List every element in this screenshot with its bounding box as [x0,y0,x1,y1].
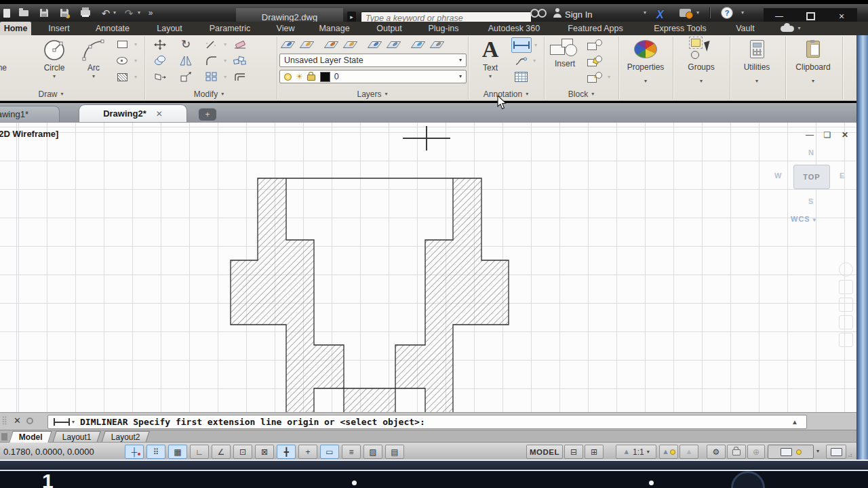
sign-in-dropdown-caret[interactable]: ▾ [642,6,648,20]
circle-button[interactable]: Circle ▾ [35,37,73,79]
layout-tab-scroll-icon[interactable] [1,433,7,441]
navbar-zoom-icon[interactable] [839,298,853,312]
panel-modify-label[interactable]: Modify▾ [161,89,256,99]
arc-dropdown-caret[interactable]: ▾ [92,74,95,79]
status-overflow-caret[interactable]: ▾ [816,449,819,454]
infer-constraints-toggle[interactable]: ┼ [125,445,144,459]
tab-manage[interactable]: Manage [309,22,359,35]
plot-icon[interactable] [79,6,92,20]
search-binoculars-icon[interactable] [528,6,541,20]
quick-view-layouts-icon[interactable]: ⊟ [564,445,583,459]
layer-combobox-caret[interactable]: ▾ [459,74,462,79]
block-dropdown-caret[interactable]: ▾ [605,70,613,84]
navbar-wheel-icon[interactable] [839,262,853,277]
edit-block-button[interactable] [586,54,605,68]
wcs-menu[interactable]: WCS ▾ [791,215,816,223]
layer-lock-icon[interactable] [307,75,315,81]
clean-screen-icon[interactable] [826,445,846,459]
redo-dropdown-caret[interactable]: ▾ [136,6,142,20]
grid-display-toggle[interactable]: ▦ [168,445,187,459]
array-dropdown-caret[interactable]: ▾ [221,70,229,84]
explode-button[interactable] [231,54,250,68]
resize-grip[interactable]: ⣠ [848,449,852,457]
command-input-bar[interactable]: ▾ DIMLINEAR Specify first extension line… [47,415,807,429]
title-expand-arrow[interactable]: ▸ [347,12,356,22]
command-grip-handle[interactable]: ⣿ [1,415,7,425]
snap-mode-toggle[interactable]: ⠿ [146,445,165,459]
annotation-visibility-icon[interactable]: ▲ [659,445,678,459]
save-as-icon[interactable] [58,6,71,20]
fillet-dropdown-caret[interactable]: ▾ [221,54,229,68]
new-drawing-icon[interactable] [0,6,14,20]
file-tab-close-icon[interactable]: ✕ [156,109,163,119]
trim-dropdown-caret[interactable]: ▾ [221,37,229,52]
dynamic-input-toggle[interactable]: ▭ [320,445,339,459]
undo-dropdown-caret[interactable]: ▾ [111,6,118,20]
viewcube-south[interactable]: S [808,197,813,205]
create-block-button[interactable] [586,37,605,52]
hatch-button[interactable] [113,70,132,84]
panel-properties-caret[interactable]: ▾ [644,78,647,84]
performance-globe-icon[interactable]: ⊕ [747,445,765,459]
tab-output[interactable]: Output [369,22,410,35]
array-button[interactable] [202,70,221,84]
isolate-objects-group[interactable] [768,445,814,459]
layer-copy-to-icon[interactable] [340,37,359,52]
command-close-icon[interactable]: ✕ [14,415,21,426]
move-button[interactable] [151,37,170,52]
layer-previous-icon[interactable] [365,37,384,52]
tab-insert[interactable]: Insert [42,22,76,35]
connect-cloud-icon[interactable]: ▾ [776,22,806,35]
text-dropdown-caret[interactable]: ▾ [489,74,492,79]
layer-state-combobox[interactable]: Unsaved Layer State ▾ [279,54,467,67]
panel-groups[interactable]: Groups ▾ [674,37,728,99]
viewcube-north[interactable]: N [808,148,814,157]
workspace-gear-icon[interactable]: ⚙ [707,445,726,459]
panel-groups-caret[interactable]: ▾ [700,78,703,84]
tab-view[interactable]: View [270,22,301,35]
command-history-caret[interactable]: ▲ [791,418,798,426]
drawing-viewport[interactable]: [2D Wireframe] — ❏ ✕ N W E S TOP WCS ▾ [0,122,856,413]
viewcube-top-face[interactable]: TOP [793,165,830,189]
command-prompt-text[interactable]: DIMLINEAR Specify first extension line o… [80,417,425,427]
tab-annotate[interactable]: Annotate [87,22,138,35]
lineweight-toggle[interactable]: ≡ [342,445,361,459]
minimize-button[interactable]: — [768,11,791,22]
dynamic-ucs-toggle[interactable]: + [298,445,317,459]
file-tab-drawing1[interactable]: Drawing1* [0,106,60,122]
transparency-toggle[interactable]: ▨ [363,445,382,459]
multileader-button[interactable] [511,54,530,68]
dimension-dropdown-caret[interactable]: ▾ [532,38,540,52]
layer-freeze-sun-icon[interactable]: ☀ [296,73,303,81]
viewport-restore-icon[interactable]: ❏ [821,130,834,140]
arc-button[interactable]: Arc ▾ [76,37,111,79]
panel-draw-label[interactable]: Draw▾ [3,89,98,99]
ellipse-button[interactable] [113,54,132,68]
tab-plugins[interactable]: Plug-ins [418,22,469,35]
layout-tab-layout2[interactable]: Layout2 [101,431,150,443]
maximize-button[interactable] [799,11,822,22]
hatch-dropdown-caret[interactable]: ▾ [132,70,140,84]
save-icon[interactable] [37,6,51,20]
tab-express-tools[interactable]: Express Tools [643,22,717,35]
help-icon[interactable]: ? [720,6,734,20]
rectangle-button[interactable] [113,37,132,52]
polar-tracking-toggle[interactable]: ∠ [212,445,231,459]
command-recent-caret[interactable]: ▾ [72,420,75,425]
layer-states-icon[interactable] [384,37,403,52]
circle-dropdown-caret[interactable]: ▾ [53,74,56,79]
scale-button[interactable] [176,70,195,84]
panel-clipboard[interactable]: Clipboard ▾ [786,37,840,99]
linear-dimension-button[interactable] [511,37,532,53]
tab-layout[interactable]: Layout [149,22,190,35]
model-space-button[interactable]: MODEL [526,445,563,459]
rectangle-dropdown-caret[interactable]: ▾ [132,37,140,52]
viewcube-east[interactable]: E [840,171,844,180]
rotate-button[interactable]: ↻ [176,37,195,52]
panel-layers-label[interactable]: Layers▾ [325,89,420,99]
new-file-tab-button[interactable]: + [198,108,217,121]
layer-properties-icon[interactable] [278,37,297,52]
layer-unisolate-icon[interactable] [427,37,446,52]
annotation-scale-caret[interactable]: ▾ [647,449,650,455]
navbar-orbit-icon[interactable] [839,315,853,329]
